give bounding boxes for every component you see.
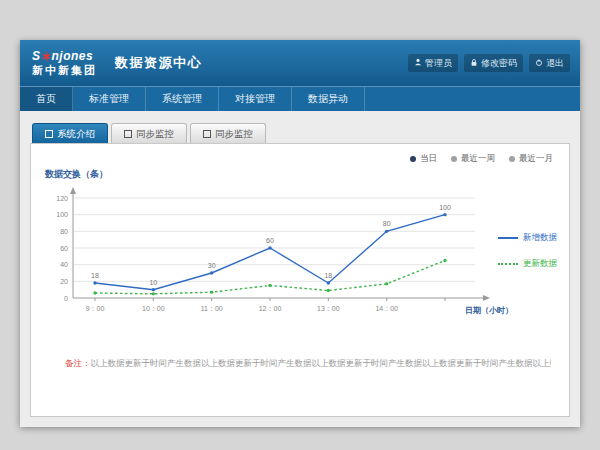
tab-sync-monitor-1[interactable]: 同步监控 <box>111 123 187 144</box>
tab-label: 同步监控 <box>136 128 174 141</box>
time-range-legend: 当日 最近一周 最近一月 <box>410 153 553 165</box>
page-background: S njones 新中新集团 数据资源中心 管理员 修改密码 <box>0 0 600 450</box>
change-password-label: 修改密码 <box>481 57 517 70</box>
logo-asterisk-icon <box>42 52 51 61</box>
footnote-text: 以上数据更新于时间产生数据以上数据更新于时间产生数据以上数据更新于时间产生数据以… <box>91 358 552 368</box>
svg-text:80: 80 <box>383 220 391 227</box>
admin-user-label: 管理员 <box>425 57 452 70</box>
logo-wordmark: S njones <box>32 50 97 64</box>
nav-item-system-mgmt[interactable]: 系统管理 <box>146 87 219 111</box>
logo-company-name: 新中新集团 <box>32 64 97 77</box>
series-legend-label: 更新数据 <box>523 258 557 270</box>
page-title: 数据资源中心 <box>115 54 202 72</box>
svg-text:13：00: 13：00 <box>317 305 340 312</box>
logout-button[interactable]: 退出 <box>529 54 570 72</box>
tab-system-intro[interactable]: 系统介绍 <box>32 123 108 144</box>
main-nav: 首页 标准管理 系统管理 对接管理 数据异动 <box>20 86 580 111</box>
legend-today-label: 当日 <box>420 153 437 165</box>
legend-updated-data: 更新数据 <box>498 258 557 270</box>
user-icon <box>414 58 422 68</box>
legend-new-data: 新增数据 <box>498 232 557 244</box>
svg-text:0: 0 <box>64 295 68 302</box>
legend-today[interactable]: 当日 <box>410 153 437 165</box>
legend-last-month-label: 最近一月 <box>519 153 553 165</box>
svg-text:11：00: 11：00 <box>201 305 223 312</box>
svg-text:18: 18 <box>91 272 99 279</box>
svg-text:20: 20 <box>60 278 68 285</box>
tab-grid-icon <box>203 130 211 138</box>
series-legend-label: 新增数据 <box>523 232 557 244</box>
chart-panel: 当日 最近一周 最近一月 数据交换（条） 0204060801001209：00… <box>30 143 570 417</box>
lock-icon <box>470 58 478 69</box>
series-legend: 新增数据 更新数据 <box>498 232 557 270</box>
series-legend-line <box>498 263 518 265</box>
svg-text:日期（小时）: 日期（小时） <box>465 306 513 315</box>
footnote-label: 备注： <box>65 358 91 368</box>
user-actions: 管理员 修改密码 退出 <box>408 54 570 72</box>
logo-prefix: S <box>32 50 41 64</box>
svg-text:100: 100 <box>56 211 68 218</box>
svg-text:10：00: 10：00 <box>142 305 165 312</box>
legend-last-month[interactable]: 最近一月 <box>509 153 553 165</box>
logo: S njones 新中新集团 <box>32 50 97 76</box>
svg-text:12：00: 12：00 <box>259 305 282 312</box>
tab-label: 系统介绍 <box>57 128 95 141</box>
line-chart: 0204060801001209：0010：0011：0012：0013：001… <box>43 186 515 328</box>
nav-item-home[interactable]: 首页 <box>20 87 73 111</box>
svg-text:80: 80 <box>60 228 68 235</box>
svg-text:60: 60 <box>266 237 274 244</box>
svg-text:14：00: 14：00 <box>375 305 398 312</box>
nav-item-standard-mgmt[interactable]: 标准管理 <box>73 87 146 111</box>
footnote: 备注：以上数据更新于时间产生数据以上数据更新于时间产生数据以上数据更新于时间产生… <box>65 358 551 370</box>
logout-label: 退出 <box>546 57 564 70</box>
legend-last-week[interactable]: 最近一周 <box>451 153 495 165</box>
svg-text:100: 100 <box>439 204 451 211</box>
tab-label: 同步监控 <box>215 128 253 141</box>
logo-suffix: njones <box>52 50 94 64</box>
nav-item-integration-mgmt[interactable]: 对接管理 <box>219 87 292 111</box>
power-icon <box>535 58 543 69</box>
svg-text:30: 30 <box>208 262 216 269</box>
content-area: 系统介绍 同步监控 同步监控 当日 <box>20 111 580 427</box>
y-axis-title: 数据交换（条） <box>45 168 108 181</box>
series-legend-line <box>498 237 518 239</box>
svg-text:9：00: 9：00 <box>86 305 105 312</box>
top-legend-dot <box>410 156 416 162</box>
tab-sync-monitor-2[interactable]: 同步监控 <box>190 123 266 144</box>
svg-text:120: 120 <box>56 195 68 202</box>
svg-text:40: 40 <box>60 261 68 268</box>
svg-text:60: 60 <box>60 245 68 252</box>
app-window: S njones 新中新集团 数据资源中心 管理员 修改密码 <box>20 40 580 426</box>
svg-text:18: 18 <box>324 272 332 279</box>
app-header: S njones 新中新集团 数据资源中心 管理员 修改密码 <box>20 40 580 86</box>
nav-item-data-changes[interactable]: 数据异动 <box>292 87 365 111</box>
change-password-button[interactable]: 修改密码 <box>464 54 523 72</box>
top-legend-dot <box>509 156 515 162</box>
tab-grid-icon <box>124 130 132 138</box>
tab-grid-icon <box>45 130 53 138</box>
legend-last-week-label: 最近一周 <box>461 153 495 165</box>
svg-text:10: 10 <box>149 279 157 286</box>
admin-user-button[interactable]: 管理员 <box>408 54 458 72</box>
top-legend-dot <box>451 156 457 162</box>
tab-bar: 系统介绍 同步监控 同步监控 <box>32 123 570 144</box>
